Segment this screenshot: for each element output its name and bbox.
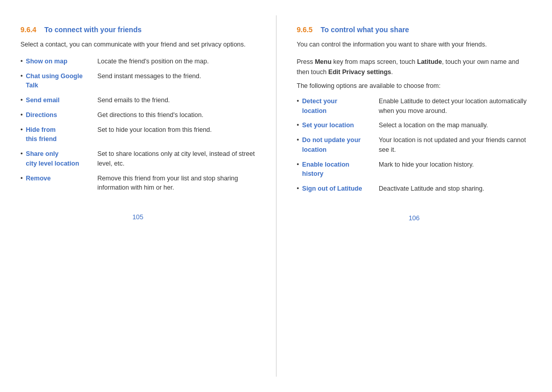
bullet-desc: Set to hide your location from this frie…: [98, 125, 256, 135]
bullet-desc: Locate the friend's position on the map.: [98, 57, 256, 66]
left-page: 9.6.4 To connect with your friends Selec…: [0, 15, 277, 377]
bullet-desc: Send emails to the friend.: [98, 96, 256, 105]
right-bullet-list: • Detect your location Enable Latitude t…: [297, 97, 532, 194]
bullet-desc: Send instant messages to the friend.: [98, 72, 256, 81]
bullet-desc: Get directions to this friend's location…: [98, 110, 256, 120]
bullet-term-cont: history: [302, 169, 379, 179]
bullet-term: Send email: [26, 96, 98, 105]
bullet-term: Show on map: [26, 57, 98, 66]
bullet-dot: •: [297, 97, 300, 105]
right-section-title: To control what you share: [320, 26, 409, 34]
right-section-num: 9.6.5: [297, 26, 313, 34]
list-item: • Directions Get directions to this frie…: [20, 110, 256, 120]
bullet-term: Remove: [26, 174, 98, 183]
bullet-term: Hide from: [26, 125, 98, 135]
bullet-desc: Mark to hide your location history.: [379, 160, 532, 170]
list-item: • Do not update your location Your locat…: [297, 135, 532, 155]
bullet-desc: Deactivate Latitude and stop sharing.: [379, 184, 532, 194]
right-intro: You can control the information you want…: [297, 40, 532, 50]
options-intro: The following options are available to c…: [297, 82, 532, 89]
left-bullet-list: • Show on map Locate the friend's positi…: [20, 57, 256, 193]
bullet-desc: Remove this friend from your list and st…: [98, 174, 256, 193]
bullet-term-cont: Talk: [26, 81, 98, 90]
bullet-dot: •: [20, 57, 23, 65]
bullet-desc: Select a location on the map manually.: [379, 121, 532, 130]
list-item: • Share only city level location Set to …: [20, 149, 256, 169]
list-item: • Chat using Google Talk Send instant me…: [20, 72, 256, 91]
bullet-term: Chat using Google: [26, 72, 98, 81]
bullet-term: Directions: [26, 110, 98, 120]
bullet-dot: •: [20, 72, 23, 80]
bullet-term: Share only: [26, 149, 98, 159]
bullet-term: Enable location: [302, 160, 379, 170]
bullet-term-cont: location: [302, 145, 379, 155]
press-menu-text: Press Menu key from maps screen, touch L…: [297, 57, 532, 77]
bullet-term-cont: this friend: [26, 134, 98, 144]
bullet-term: Do not update your: [302, 135, 379, 145]
bullet-desc: Set to share locations only at city leve…: [98, 149, 256, 169]
bullet-dot: •: [297, 160, 300, 168]
bullet-dot: •: [20, 96, 23, 104]
bullet-dot: •: [297, 185, 300, 192]
bullet-term: Detect your: [302, 97, 379, 106]
bullet-term: Sign out of Latitude: [302, 184, 379, 194]
bullet-desc: Enable Latitude to detect your location …: [379, 97, 532, 116]
list-item: • Remove Remove this friend from your li…: [20, 174, 256, 193]
list-item: • Set your location Select a location on…: [297, 121, 532, 130]
bullet-term-cont: city level location: [26, 159, 98, 169]
list-item: • Sign out of Latitude Deactivate Latitu…: [297, 184, 532, 194]
right-section-heading: 9.6.5 To control what you share: [297, 26, 532, 34]
bullet-dot: •: [20, 174, 23, 182]
list-item: • Show on map Locate the friend's positi…: [20, 57, 256, 66]
bullet-dot: •: [20, 126, 23, 133]
left-section-title: To connect with your friends: [44, 26, 142, 34]
bullet-term: Set your location: [302, 121, 379, 130]
left-section-heading: 9.6.4 To connect with your friends: [20, 26, 256, 34]
right-page: 9.6.5 To control what you share You can …: [277, 15, 553, 377]
bullet-dot: •: [20, 150, 23, 157]
bullet-dot: •: [297, 121, 300, 129]
list-item: • Send email Send emails to the friend.: [20, 96, 256, 105]
list-item: • Enable location history Mark to hide y…: [297, 160, 532, 179]
right-page-number: 106: [297, 214, 532, 222]
bullet-desc: Your location is not updated and your fr…: [379, 135, 532, 155]
left-page-number: 105: [20, 213, 256, 221]
bullet-dot: •: [20, 111, 23, 119]
left-section-num: 9.6.4: [20, 26, 36, 34]
left-intro: Select a contact, you can communicate wi…: [20, 40, 256, 50]
bullet-dot: •: [297, 136, 300, 144]
bullet-term-cont: location: [302, 106, 379, 116]
list-item: • Detect your location Enable Latitude t…: [297, 97, 532, 116]
list-item: • Hide from this friend Set to hide your…: [20, 125, 256, 145]
